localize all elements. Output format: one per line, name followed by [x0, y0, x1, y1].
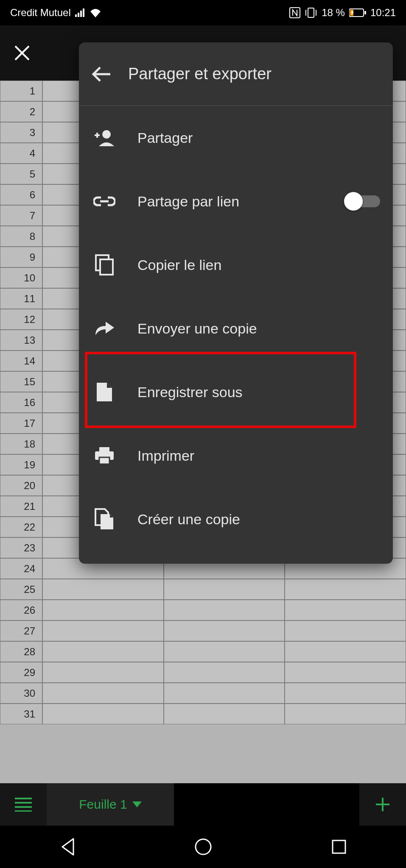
battery-percent: 18 %	[322, 7, 345, 19]
row-header[interactable]: 29	[0, 662, 42, 683]
cell[interactable]	[42, 662, 164, 683]
row-header[interactable]: 31	[0, 704, 42, 724]
cell[interactable]	[42, 579, 164, 600]
row-header[interactable]: 7	[0, 205, 42, 226]
menu-item-make-copy[interactable]: Créer une copie	[79, 487, 393, 551]
row-header[interactable]: 5	[0, 164, 42, 184]
row-header[interactable]: 11	[0, 288, 42, 309]
cell[interactable]	[285, 620, 406, 641]
row-header[interactable]: 24	[0, 558, 42, 579]
row-header[interactable]: 19	[0, 454, 42, 475]
row-header[interactable]: 18	[0, 434, 42, 454]
row-header[interactable]: 9	[0, 247, 42, 267]
menu-item-share[interactable]: Partager	[79, 106, 393, 170]
row-header[interactable]: 13	[0, 330, 42, 351]
menu-label: Partager	[137, 130, 380, 146]
cell[interactable]	[285, 683, 406, 704]
svg-rect-2	[80, 11, 82, 17]
row-header[interactable]: 15	[0, 371, 42, 392]
menu-label: Envoyer une copie	[137, 320, 380, 337]
cell[interactable]	[285, 600, 406, 620]
vibrate-icon	[305, 7, 317, 18]
cell[interactable]	[164, 683, 285, 704]
tab-empty-area	[174, 783, 359, 826]
row-header[interactable]: 21	[0, 496, 42, 517]
menu-title: Partager et exporter	[128, 65, 272, 83]
menu-item-save-as[interactable]: Enregistrer sous	[79, 360, 393, 424]
nav-home-icon[interactable]	[194, 838, 212, 856]
menu-label: Enregistrer sous	[137, 384, 380, 401]
status-bar: Credit Mutuel 18 % 10:21	[0, 0, 406, 25]
person-add-icon	[92, 129, 117, 146]
svg-rect-20	[333, 840, 345, 853]
link-share-toggle[interactable]	[344, 192, 380, 211]
dropdown-icon	[132, 801, 142, 807]
nav-back-icon[interactable]	[60, 838, 75, 856]
cell[interactable]	[42, 600, 164, 620]
menu-label: Imprimer	[137, 448, 380, 464]
android-nav-bar	[0, 826, 406, 868]
sheet-tabs-bar: Feuille 1	[0, 783, 406, 826]
menu-item-copy-link[interactable]: Copier le lien	[79, 233, 393, 297]
all-sheets-icon[interactable]	[0, 797, 47, 812]
signal-icon	[75, 8, 85, 17]
copy-icon	[92, 254, 117, 275]
file-copy-icon	[92, 508, 117, 530]
menu-item-link-share[interactable]: Partage par lien	[79, 170, 393, 233]
row-header[interactable]: 6	[0, 184, 42, 205]
row-header[interactable]: 3	[0, 122, 42, 143]
row-header[interactable]: 4	[0, 143, 42, 164]
cell[interactable]	[285, 662, 406, 683]
link-icon	[92, 196, 117, 207]
nav-recent-icon[interactable]	[331, 839, 347, 854]
cell[interactable]	[164, 600, 285, 620]
menu-item-print[interactable]: Imprimer	[79, 424, 393, 487]
menu-label: Créer une copie	[137, 511, 380, 528]
menu-label: Copier le lien	[137, 257, 380, 273]
cell[interactable]	[285, 704, 406, 724]
svg-point-19	[196, 839, 211, 854]
row-header[interactable]: 14	[0, 351, 42, 371]
cell[interactable]	[164, 620, 285, 641]
row-header[interactable]: 22	[0, 517, 42, 537]
cell[interactable]	[42, 704, 164, 724]
cell[interactable]	[42, 641, 164, 662]
row-header[interactable]: 30	[0, 683, 42, 704]
row-header[interactable]: 12	[0, 309, 42, 330]
cell[interactable]	[164, 579, 285, 600]
printer-icon	[92, 446, 117, 465]
menu-label: Partage par lien	[137, 193, 324, 210]
cell[interactable]	[42, 683, 164, 704]
cell[interactable]	[164, 641, 285, 662]
wifi-icon	[90, 8, 101, 17]
row-header[interactable]: 28	[0, 641, 42, 662]
row-header[interactable]: 20	[0, 475, 42, 496]
svg-rect-1	[78, 13, 79, 17]
row-header[interactable]: 10	[0, 267, 42, 288]
add-sheet-button[interactable]	[359, 796, 406, 813]
close-icon[interactable]	[13, 44, 31, 62]
sheet-tab-1[interactable]: Feuille 1	[47, 783, 174, 826]
back-arrow-icon[interactable]	[92, 66, 111, 83]
cell[interactable]	[285, 641, 406, 662]
menu-item-send-copy[interactable]: Envoyer une copie	[79, 297, 393, 360]
share-arrow-icon	[92, 320, 117, 337]
file-icon	[92, 382, 117, 402]
share-export-menu: Partager et exporter Partager Partage pa…	[79, 42, 393, 564]
row-header[interactable]: 17	[0, 413, 42, 434]
row-header[interactable]: 16	[0, 392, 42, 413]
cell[interactable]	[42, 620, 164, 641]
cell[interactable]	[164, 704, 285, 724]
row-header[interactable]: 23	[0, 537, 42, 558]
svg-point-22	[102, 130, 111, 139]
cell[interactable]	[164, 662, 285, 683]
row-header[interactable]: 26	[0, 600, 42, 620]
svg-rect-30	[99, 457, 109, 464]
row-header[interactable]: 2	[0, 101, 42, 122]
row-header[interactable]: 1	[0, 81, 42, 101]
row-header[interactable]: 25	[0, 579, 42, 600]
svg-rect-28	[99, 447, 109, 451]
cell[interactable]	[285, 579, 406, 600]
row-header[interactable]: 27	[0, 620, 42, 641]
row-header[interactable]: 8	[0, 226, 42, 247]
